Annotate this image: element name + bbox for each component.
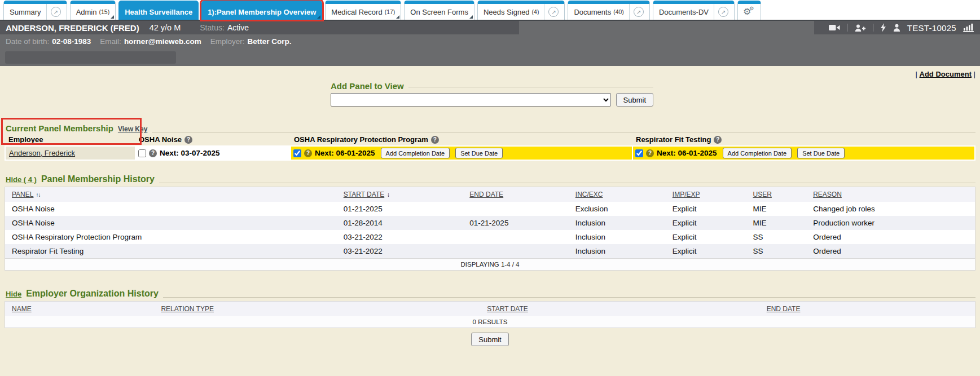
panel-membership-overview-page: Summary ↗ Admin (15) Health Surveillance… xyxy=(0,0,980,376)
help-icon[interactable]: ? xyxy=(714,136,722,144)
tab-admin[interactable]: Admin (15) xyxy=(70,1,116,20)
tab-needs-signed[interactable]: Needs Signed (4) ↗ xyxy=(477,1,565,20)
add-document-link[interactable]: Add Document xyxy=(920,70,972,78)
cell-end-date xyxy=(463,230,568,244)
tab-needs-signed-label: Needs Signed xyxy=(484,8,530,16)
gear-small-icon: ⚙ xyxy=(749,6,754,11)
view-key-link[interactable]: View Key xyxy=(118,125,147,133)
email-value: horner@mieweb.com xyxy=(124,37,201,46)
table-row: OSHA Noise 01-21-2025 Exclusion Explicit… xyxy=(5,202,975,216)
help-icon[interactable]: ? xyxy=(149,149,157,157)
col-header-imp-exp[interactable]: IMP/EXP xyxy=(666,187,746,202)
dob-value: 02-08-1983 xyxy=(52,37,91,46)
help-icon[interactable]: ? xyxy=(646,149,654,157)
panel-select[interactable] xyxy=(331,93,611,107)
cell-user: SS xyxy=(746,230,807,244)
patient-age-sex: 42 y/o M xyxy=(150,23,181,32)
lightning-icon[interactable] xyxy=(880,23,886,32)
add-panel-submit-button[interactable]: Submit xyxy=(616,93,653,107)
tab-documents-label: Documents xyxy=(574,8,611,16)
col-header-start-date[interactable]: START DATE xyxy=(480,302,759,317)
next-due-date: Next: 06-01-2025 xyxy=(657,149,717,157)
col-header-name[interactable]: NAME xyxy=(5,302,155,317)
paging-status: DISPLAYING 1-4 / 4 xyxy=(5,259,975,271)
popout-icon[interactable]: ↗ xyxy=(718,7,728,17)
panel-history-table: PANEL↑↓ START DATE↓ END DATE INC/EXC IMP… xyxy=(5,187,975,271)
patient-name: ANDERSON, FREDERICK (FRED) xyxy=(6,23,139,33)
tab-medical-record-label: Medical Record xyxy=(331,8,382,16)
tab-documents-count: (40) xyxy=(613,8,624,15)
employee-link[interactable]: Anderson, Frederick xyxy=(9,149,75,157)
tab-admin-count: (15) xyxy=(99,8,109,15)
pipe: | xyxy=(916,70,917,78)
osha-noise-checkbox[interactable] xyxy=(138,149,146,157)
hide-panel-history-link[interactable]: Hide ( 4 ) xyxy=(6,175,37,184)
tab-medical-record[interactable]: Medical Record (17) xyxy=(325,1,401,20)
tab-medical-record-count: (17) xyxy=(385,8,395,15)
cell-panel: Respirator Fit Testing xyxy=(5,244,337,259)
bottom-submit-button[interactable]: Submit xyxy=(471,333,508,346)
tab-on-screen-forms[interactable]: On Screen Forms xyxy=(404,1,474,20)
cell-start-date: 01-28-2014 xyxy=(337,216,463,230)
add-completion-date-button[interactable]: Add Completion Date xyxy=(723,148,792,158)
cell-inc-exc: Exclusion xyxy=(569,202,666,216)
tab-divider xyxy=(629,4,630,20)
popout-icon[interactable]: ↗ xyxy=(634,7,644,17)
cell-start-date: 03-21-2022 xyxy=(337,230,463,244)
col-header-osha-noise: OSHA Noise ? xyxy=(135,134,291,146)
empty-results: 0 RESULTS xyxy=(5,316,975,328)
help-icon[interactable]: ? xyxy=(304,149,312,157)
popout-icon[interactable]: ↗ xyxy=(51,7,61,17)
user-icon[interactable] xyxy=(893,24,900,32)
tab-documents-dv[interactable]: Documents-DV ↗ xyxy=(653,1,735,20)
col-header-user[interactable]: USER xyxy=(746,187,807,202)
patient-header-row3 xyxy=(0,48,980,66)
cell-start-date: 01-21-2025 xyxy=(337,202,463,216)
table-row: Respirator Fit Testing 03-21-2022 Inclus… xyxy=(5,244,975,259)
tab-summary[interactable]: Summary ↗ xyxy=(3,1,67,20)
osha-respiratory-checkbox[interactable] xyxy=(293,149,301,157)
hide-employer-history-link[interactable]: Hide xyxy=(6,290,21,298)
col-header-end-date[interactable]: END DATE xyxy=(463,187,568,202)
tab-on-screen-forms-label: On Screen Forms xyxy=(410,8,468,16)
fieldset-line xyxy=(408,87,653,87)
patient-header: ANDERSON, FREDERICK (FRED) 42 y/o M Stat… xyxy=(0,20,980,66)
col-header-reason[interactable]: REASON xyxy=(806,187,975,202)
pipe: | xyxy=(974,70,975,78)
toolbar-divider xyxy=(847,24,847,32)
video-camera-icon[interactable] xyxy=(829,24,840,32)
panel-history-title: Panel Membership History xyxy=(41,174,155,184)
set-due-date-button[interactable]: Set Due Date xyxy=(455,148,503,158)
tab-health-surveillance[interactable]: Health Surveillance xyxy=(118,1,199,20)
cell-end-date xyxy=(463,202,568,216)
toolbar-divider xyxy=(873,24,873,32)
set-due-date-button[interactable]: Set Due Date xyxy=(797,148,845,158)
add-document-row: | Add Document | xyxy=(0,66,980,78)
respirator-fit-checkbox[interactable] xyxy=(635,149,643,157)
tab-documents[interactable]: Documents (40) ↗ xyxy=(568,1,649,20)
col-header-start-date[interactable]: START DATE↓ xyxy=(337,187,463,202)
sort-both-icon: ↑↓ xyxy=(36,192,40,198)
help-icon[interactable]: ? xyxy=(184,136,192,144)
header-spacer xyxy=(519,21,814,34)
add-panel-title: Add Panel to View xyxy=(331,81,404,91)
tab-divider xyxy=(544,4,544,20)
cell-inc-exc: Inclusion xyxy=(569,230,666,244)
osha-respiratory-cell: ? Next: 06-01-2025 Add Completion Date S… xyxy=(291,146,632,160)
user-id[interactable]: TEST-10025 xyxy=(907,23,956,33)
tab-settings[interactable]: ⚙ ⚙ xyxy=(737,1,761,20)
col-header-panel[interactable]: PANEL↑↓ xyxy=(5,187,337,202)
cell-reason: Production worker xyxy=(806,216,975,230)
col-header-relation-type[interactable]: RELATION TYPE xyxy=(154,302,480,317)
col-header-respirator-fit: Respirator Fit Testing ? xyxy=(632,134,975,146)
col-header-end-date[interactable]: END DATE xyxy=(760,302,975,317)
bar-chart-icon[interactable] xyxy=(963,23,974,32)
help-icon[interactable]: ? xyxy=(431,136,439,144)
add-person-icon[interactable] xyxy=(854,24,866,32)
tab-panel-membership-overview[interactable]: 1):Panel Membership Overview xyxy=(201,1,322,20)
current-panel-membership-section: Current Panel Membership View Key Employ… xyxy=(0,123,980,161)
col-header-inc-exc[interactable]: INC/EXC xyxy=(569,187,666,202)
table-row: OSHA Respiratory Protection Program 03-2… xyxy=(5,230,975,244)
popout-icon[interactable]: ↗ xyxy=(548,7,559,17)
add-completion-date-button[interactable]: Add Completion Date xyxy=(381,148,450,158)
